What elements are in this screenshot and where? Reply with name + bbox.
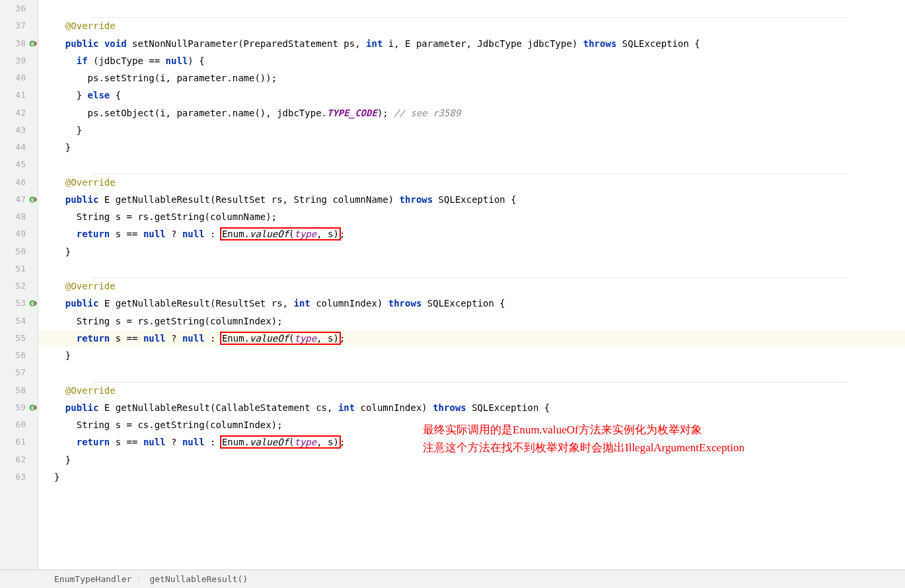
override-gutter-icon[interactable]: O xyxy=(28,195,37,204)
line-number: 43 xyxy=(0,122,26,139)
line-number: 57 xyxy=(0,364,26,381)
code-line[interactable]: @Override xyxy=(54,382,905,399)
line-number: 63 xyxy=(0,468,26,486)
code-line[interactable]: ps.setObject(i, parameter.name(), jdbcTy… xyxy=(54,104,905,122)
line-number: 60 xyxy=(0,416,26,433)
code-line[interactable] xyxy=(54,156,905,173)
code-line[interactable]: return s == null ? null : Enum.valueOf(t… xyxy=(54,330,905,347)
code-line[interactable]: @Override xyxy=(54,277,905,295)
line-number: 59 xyxy=(0,399,26,416)
code-line[interactable]: String s = rs.getString(columnIndex); xyxy=(54,312,905,330)
line-number: 58 xyxy=(0,382,26,399)
line-number: 42 xyxy=(0,104,26,122)
code-line[interactable]: public void setNonNullParameter(Prepared… xyxy=(54,35,905,52)
annotation-overlay: 最终实际调用的是Enum.valueOf方法来实例化为枚举对象 注意这个方法在找… xyxy=(423,421,744,457)
code-line[interactable]: } xyxy=(54,243,905,260)
code-line[interactable]: String s = rs.getString(columnName); xyxy=(54,208,905,225)
code-line[interactable]: } xyxy=(54,347,905,364)
code-line[interactable]: } xyxy=(54,139,905,156)
line-number: 39 xyxy=(0,52,26,69)
code-line[interactable]: public E getNullableResult(CallableState… xyxy=(54,399,905,416)
line-number: 52 xyxy=(0,277,26,295)
line-number: 54 xyxy=(0,312,26,330)
line-number: 61 xyxy=(0,433,26,451)
code-line[interactable]: return s == null ? null : Enum.valueOf(t… xyxy=(54,225,905,242)
code-line[interactable]: ps.setString(i, parameter.name()); xyxy=(54,69,905,87)
code-line[interactable]: @Override xyxy=(54,174,905,191)
svg-text:O: O xyxy=(31,406,34,411)
line-number: 41 xyxy=(0,87,26,104)
line-number: 51 xyxy=(0,260,26,277)
code-editor[interactable]: 363738O394041424344454647O484950515253O5… xyxy=(0,0,905,570)
code-line[interactable]: } xyxy=(54,122,905,139)
line-number: 45 xyxy=(0,156,26,173)
line-number: 49 xyxy=(0,225,26,242)
line-number-gutter: 363738O394041424344454647O484950515253O5… xyxy=(0,0,38,570)
line-number: 38 xyxy=(0,35,26,52)
code-line[interactable]: } xyxy=(54,468,905,486)
line-number: 56 xyxy=(0,347,26,364)
line-number: 50 xyxy=(0,243,26,260)
code-line[interactable] xyxy=(54,260,905,277)
override-gutter-icon[interactable]: O xyxy=(28,39,37,48)
line-number: 37 xyxy=(0,17,26,34)
line-number: 47 xyxy=(0,191,26,208)
svg-text:O: O xyxy=(31,198,34,203)
code-line[interactable] xyxy=(54,0,905,17)
code-line[interactable]: public E getNullableResult(ResultSet rs,… xyxy=(54,191,905,208)
line-number: 44 xyxy=(0,139,26,156)
code-area[interactable]: @Override public void setNonNullParamete… xyxy=(38,0,905,570)
override-gutter-icon[interactable]: O xyxy=(28,299,37,308)
code-line[interactable]: public E getNullableResult(ResultSet rs,… xyxy=(54,295,905,312)
override-gutter-icon[interactable]: O xyxy=(28,403,37,412)
code-line[interactable]: if (jdbcType == null) { xyxy=(54,52,905,69)
line-number: 55 xyxy=(0,330,26,347)
code-line[interactable]: @Override xyxy=(54,17,905,34)
line-number: 40 xyxy=(0,69,26,87)
code-line[interactable]: } else { xyxy=(54,87,905,104)
code-line[interactable] xyxy=(54,364,905,381)
line-number: 36 xyxy=(0,0,26,17)
line-number: 48 xyxy=(0,208,26,225)
line-number: 46 xyxy=(0,174,26,191)
svg-text:O: O xyxy=(31,42,34,47)
line-number: 62 xyxy=(0,451,26,468)
svg-text:O: O xyxy=(31,301,34,307)
line-number: 53 xyxy=(0,295,26,312)
